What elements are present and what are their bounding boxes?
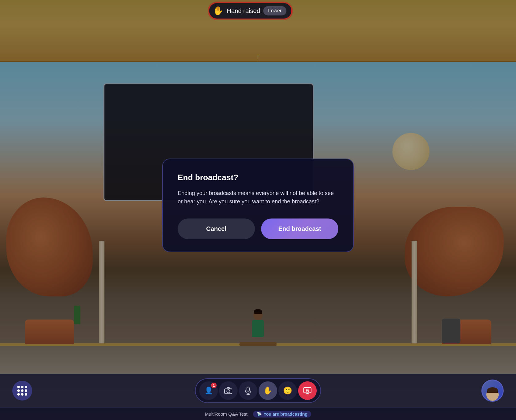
room-name-label: MultiRoom Q&A Test [205, 411, 247, 417]
hand-icon: ✋ [263, 386, 273, 395]
svg-point-1 [227, 390, 230, 393]
emoji-icon: 🙂 [283, 386, 292, 395]
mic-button[interactable] [239, 381, 257, 400]
bottom-toolbar: 👤 1 ✋ [0, 374, 516, 408]
broadcasting-label: You are broadcasting [264, 412, 307, 417]
screen-share-icon [303, 387, 311, 394]
modal-body: Ending your broadcasts means everyone wi… [178, 189, 338, 206]
end-broadcast-button[interactable]: End broadcast [261, 218, 338, 239]
user-avatar-head [486, 388, 499, 401]
modal-buttons: Cancel End broadcast [178, 218, 338, 239]
svg-rect-3 [247, 387, 249, 391]
status-bar: MultiRoom Q&A Test 📡 You are broadcastin… [0, 408, 516, 420]
toolbar-center: 👤 1 ✋ [195, 378, 321, 403]
bottom-left-section [12, 381, 32, 401]
emoji-button[interactable]: 🙂 [278, 381, 297, 400]
svg-rect-6 [304, 388, 311, 393]
modal-title: End broadcast? [178, 172, 338, 182]
people-button[interactable]: 👤 1 [199, 381, 218, 400]
camera-button[interactable] [219, 381, 238, 400]
grid-icon [17, 386, 27, 396]
modal-backdrop: End broadcast? Ending your broadcasts me… [0, 0, 516, 420]
mic-icon [245, 387, 252, 395]
end-broadcast-modal: End broadcast? Ending your broadcasts me… [162, 158, 354, 252]
camera-icon [224, 387, 232, 394]
people-badge: 1 [211, 383, 217, 388]
broadcasting-status: 📡 You are broadcasting [253, 411, 311, 418]
bottom-right-section [481, 380, 504, 402]
hand-button[interactable]: ✋ [259, 381, 277, 400]
svg-rect-2 [227, 388, 230, 389]
user-avatar-button[interactable] [481, 380, 504, 402]
user-avatar-hair [487, 387, 498, 393]
broadcast-icon: 📡 [257, 412, 262, 416]
grid-menu-button[interactable] [12, 381, 32, 401]
cancel-button[interactable]: Cancel [178, 218, 255, 239]
toolbar-pill: 👤 1 ✋ [195, 378, 321, 403]
people-icon: 👤 [205, 387, 213, 395]
screen-share-button[interactable] [298, 381, 317, 400]
